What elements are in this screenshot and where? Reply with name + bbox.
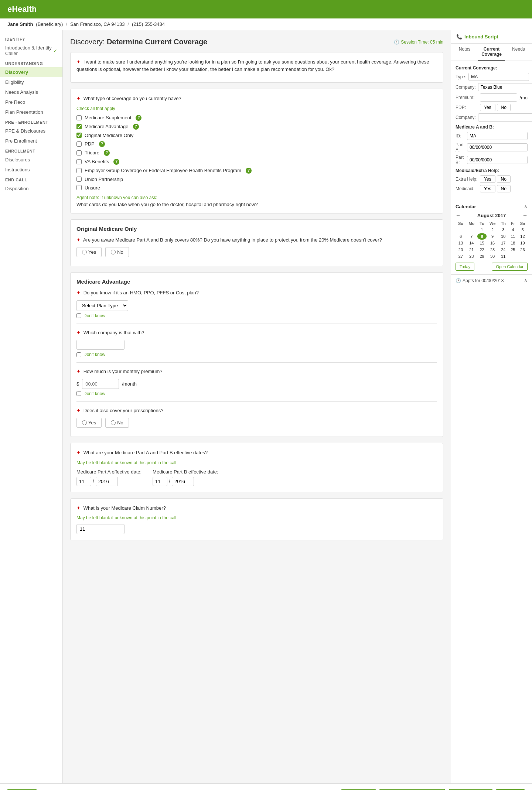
- prescription-no-radio[interactable]: [111, 420, 116, 425]
- sidebar-item-disposition[interactable]: Disposition: [0, 184, 62, 194]
- cal-day[interactable]: 5: [518, 226, 528, 233]
- part-b-input[interactable]: [467, 156, 528, 164]
- cal-day[interactable]: 17: [498, 240, 508, 246]
- cal-day[interactable]: 31: [498, 253, 508, 260]
- ma-q2-dont-know-checkbox[interactable]: [76, 352, 81, 357]
- cal-day[interactable]: 9: [487, 233, 498, 240]
- checkbox-va-input[interactable]: [76, 159, 82, 164]
- cal-day[interactable]: 21: [466, 246, 477, 253]
- tricare-info-icon[interactable]: ?: [104, 150, 110, 156]
- cal-day[interactable]: 3: [498, 226, 508, 233]
- cal-day[interactable]: 11: [508, 233, 518, 240]
- pdp-yes-btn[interactable]: Yes: [480, 104, 495, 111]
- part-b-year-input[interactable]: [172, 477, 194, 486]
- checkbox-original-input[interactable]: [76, 133, 82, 138]
- ma-q3-dont-know-checkbox[interactable]: [76, 391, 81, 396]
- cal-day[interactable]: 30: [487, 253, 498, 260]
- ma-company-input[interactable]: [76, 340, 125, 350]
- medicaid-yes-btn[interactable]: Yes: [480, 185, 495, 192]
- cal-day[interactable]: 10: [498, 233, 508, 240]
- sidebar-item-planpres[interactable]: Plan Presentation: [0, 107, 62, 117]
- cal-day[interactable]: 13: [456, 240, 466, 246]
- cal-day[interactable]: 22: [477, 246, 487, 253]
- cal-day[interactable]: 24: [498, 246, 508, 253]
- checkbox-unsure-input[interactable]: [76, 185, 82, 190]
- select-plan-type[interactable]: Select Plan Type HMO PPO PFFS Cost: [76, 300, 128, 311]
- employer-info-icon[interactable]: ?: [246, 168, 252, 174]
- checkbox-va[interactable]: VA Benefits ?: [76, 159, 437, 165]
- medicaid-no-btn[interactable]: No: [497, 185, 511, 192]
- sidebar-item-eligibility[interactable]: Eligibility: [0, 77, 62, 87]
- cal-day[interactable]: 14: [466, 240, 477, 246]
- cal-day[interactable]: 23: [487, 246, 498, 253]
- sidebar-item-needs[interactable]: Needs Analysis: [0, 87, 62, 97]
- checkbox-employer[interactable]: Employer Group Coverage or Federal Emplo…: [76, 168, 437, 174]
- cal-day[interactable]: 2: [487, 226, 498, 233]
- ma-q1-dont-know-checkbox[interactable]: [76, 313, 81, 318]
- tab-current-coverage[interactable]: Current Coverage: [478, 44, 505, 61]
- company-input-right[interactable]: [478, 83, 532, 91]
- prescription-yes-radio[interactable]: [82, 420, 87, 425]
- cal-day[interactable]: 6: [456, 233, 466, 240]
- calendar-next-btn[interactable]: →: [522, 212, 528, 218]
- type-input[interactable]: [468, 73, 529, 81]
- cal-day[interactable]: 7: [466, 233, 477, 240]
- today-btn[interactable]: Today: [456, 263, 474, 271]
- pdp-no-btn[interactable]: No: [497, 104, 511, 111]
- tab-notes[interactable]: Notes: [451, 44, 478, 61]
- inbound-script-link[interactable]: 📞 Inbound Script: [456, 34, 527, 40]
- cal-day[interactable]: 16: [487, 240, 498, 246]
- orig-yes-btn[interactable]: Yes: [76, 247, 102, 257]
- cal-day[interactable]: 20: [456, 246, 466, 253]
- cal-day[interactable]: 28: [466, 253, 477, 260]
- checkbox-tricare-input[interactable]: [76, 150, 82, 155]
- sidebar-item-intro[interactable]: Introduction & Identify Caller ✓: [0, 43, 62, 58]
- sidebar-item-preenroll[interactable]: Pre Enrollment: [0, 136, 62, 146]
- checkbox-pdp-input[interactable]: [76, 141, 82, 147]
- cal-day[interactable]: 18: [508, 240, 518, 246]
- ma-q1-dont-know[interactable]: Don't know: [76, 313, 437, 318]
- advantage-info-icon[interactable]: ?: [133, 124, 139, 130]
- calendar-prev-btn[interactable]: ←: [456, 212, 461, 218]
- sidebar-item-discovery[interactable]: Discovery: [0, 67, 62, 77]
- checkbox-tricare[interactable]: Tricare ?: [76, 150, 437, 156]
- checkbox-supplement-input[interactable]: [76, 115, 82, 120]
- cal-day[interactable]: 15: [477, 240, 487, 246]
- orig-no-radio[interactable]: [111, 250, 116, 254]
- appts-chevron-icon[interactable]: ∧: [524, 278, 528, 283]
- id-input[interactable]: [467, 132, 528, 140]
- sidebar-item-instructions[interactable]: Instructions: [0, 165, 62, 175]
- cal-day[interactable]: 19: [518, 240, 528, 246]
- calendar-chevron-icon[interactable]: ∧: [524, 204, 528, 209]
- checkbox-unsure[interactable]: Unsure: [76, 185, 437, 191]
- checkbox-union[interactable]: Union Partnership: [76, 177, 437, 182]
- ma-q2-dont-know[interactable]: Don't know: [76, 352, 437, 357]
- checkbox-original-medicare[interactable]: Original Medicare Only: [76, 133, 437, 138]
- checkbox-advantage-input[interactable]: [76, 124, 82, 129]
- premium-input-right[interactable]: [480, 93, 517, 102]
- supplement-info-icon[interactable]: ?: [136, 115, 141, 121]
- va-info-icon[interactable]: ?: [113, 159, 119, 165]
- cal-day[interactable]: 4: [508, 226, 518, 233]
- cal-day[interactable]: 27: [456, 253, 466, 260]
- pdp-info-icon[interactable]: ?: [99, 141, 105, 147]
- cal-day[interactable]: 1: [477, 226, 487, 233]
- open-calendar-btn[interactable]: Open Calendar: [492, 263, 528, 271]
- checkbox-medicare-advantage[interactable]: Medicare Advantage ?: [76, 124, 437, 130]
- part-b-month-input[interactable]: [153, 477, 167, 486]
- cal-day[interactable]: 26: [518, 246, 528, 253]
- ma-q4-yes-btn[interactable]: Yes: [76, 418, 102, 428]
- pdp-company-input[interactable]: [478, 113, 532, 122]
- cal-day[interactable]: 8: [477, 233, 487, 240]
- cal-day[interactable]: 29: [477, 253, 487, 260]
- checkbox-union-input[interactable]: [76, 177, 82, 182]
- sidebar-item-ppe[interactable]: PPE & Disclosures: [0, 126, 62, 136]
- cal-day[interactable]: 12: [518, 233, 528, 240]
- checkbox-employer-input[interactable]: [76, 168, 82, 173]
- ma-q4-no-btn[interactable]: No: [105, 418, 129, 428]
- premium-input[interactable]: [82, 379, 119, 389]
- sidebar-item-prereco[interactable]: Pre Reco: [0, 97, 62, 107]
- orig-yes-radio[interactable]: [82, 250, 87, 254]
- part-a-year-input[interactable]: [96, 477, 118, 486]
- orig-no-btn[interactable]: No: [105, 247, 129, 257]
